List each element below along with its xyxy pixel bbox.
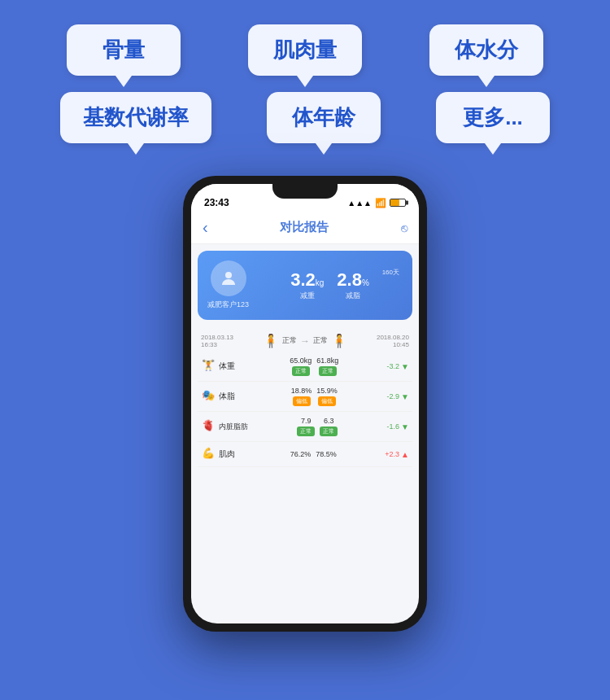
bubble-more: 更多... — [436, 92, 550, 143]
user-name: 减肥客户123 — [207, 300, 249, 310]
stat-weight-loss: 3.2kg 减重 — [290, 269, 324, 301]
row-bodyfat-values: 18.8% 偏低 15.9% 偏低 — [245, 387, 384, 406]
wifi-icon: 📶 — [375, 198, 386, 208]
up-arrow-icon: ▲ — [401, 450, 409, 459]
table-row: 🫀 内脏脂肪 7.9 正常 6.3 正常 -1.6 — [198, 412, 412, 442]
phone-notch — [272, 184, 338, 199]
compare-dates-header: 2018.03.13 16:33 🧍 正常 → 正常 🧍 2018.08.20 … — [191, 326, 419, 352]
user-card: 减肥客户123 160天 3.2kg 减重 2.8% — [198, 251, 412, 320]
phone-mockup: 23:43 ▲▲▲ 📶 ‹ 对比报告 ⎋ — [183, 176, 427, 632]
user-stats: 3.2kg 减重 2.8% 减脂 — [257, 269, 403, 301]
table-row: 🎭 体脂 18.8% 偏低 15.9% 偏低 -2.9 — [198, 382, 412, 412]
svg-point-0 — [225, 272, 232, 278]
left-body-status: 正常 — [282, 335, 297, 346]
row-bodyfat-change: -2.9 ▼ — [387, 392, 409, 401]
row-weight-change: -3.2 ▼ — [387, 362, 409, 371]
row-muscle-label: 肌肉 — [219, 448, 242, 460]
battery-icon — [390, 199, 406, 207]
back-button[interactable]: ‹ — [203, 218, 208, 237]
right-body-status: 正常 — [313, 335, 328, 346]
bubbles-section: 骨量 肌肉量 体水分 基数代谢率 体年龄 更多... — [0, 0, 610, 160]
body-type-comparison: 🧍 正常 → 正常 🧍 — [263, 333, 347, 348]
nav-title: 对比报告 — [280, 220, 329, 235]
row-weight-values: 65.0kg 正常 61.8kg 正常 — [245, 357, 384, 376]
row-muscle-values: 76.2% 78.5% — [245, 450, 381, 458]
arrow-right-icon: → — [300, 335, 310, 347]
visceral-icon: 🫀 — [201, 419, 216, 434]
bodyfat-icon: 🎭 — [201, 389, 216, 404]
days-badge: 160天 — [382, 268, 399, 277]
status-time: 23:43 — [204, 197, 229, 208]
table-row: 🏋 体重 65.0kg 正常 61.8kg 正常 -3.2 — [198, 352, 412, 382]
bubble-bone-mass: 骨量 — [67, 24, 181, 76]
stat-fat-loss: 2.8% 减脂 — [337, 269, 369, 301]
bubble-body-water: 体水分 — [429, 24, 543, 76]
row-bodyfat-label: 体脂 — [219, 391, 242, 402]
bubble-body-age: 体年龄 — [267, 92, 381, 143]
left-date: 2018.03.13 16:33 — [201, 334, 233, 348]
table-row: 💪 肌肉 76.2% 78.5% +2.3 ▲ — [198, 442, 412, 467]
row-visceral-change: -1.6 ▼ — [387, 422, 409, 431]
signal-icon: ▲▲▲ — [347, 199, 372, 208]
user-avatar — [211, 260, 246, 296]
stat-weight-label: 减重 — [290, 291, 324, 301]
phone-container: 23:43 ▲▲▲ 📶 ‹ 对比报告 ⎋ — [0, 176, 610, 632]
phone-screen: 23:43 ▲▲▲ 📶 ‹ 对比报告 ⎋ — [191, 184, 419, 623]
muscle-icon: 💪 — [201, 447, 216, 462]
user-stats-wrapper: 160天 3.2kg 减重 2.8% 减脂 — [257, 269, 403, 301]
share-button[interactable]: ⎋ — [401, 221, 407, 234]
bubble-bmr: 基数代谢率 — [60, 92, 211, 143]
row-visceral-values: 7.9 正常 6.3 正常 — [251, 417, 384, 436]
down-arrow-icon: ▼ — [401, 362, 409, 371]
down-arrow-icon: ▼ — [401, 422, 409, 431]
row-visceral-label: 内脏脂肪 — [219, 422, 248, 432]
weight-icon: 🏋 — [201, 359, 216, 374]
status-icons: ▲▲▲ 📶 — [347, 198, 406, 208]
right-date: 2018.08.20 10:45 — [377, 334, 409, 348]
data-rows-section: 🏋 体重 65.0kg 正常 61.8kg 正常 -3.2 — [191, 352, 419, 623]
person-right-icon: 🧍 — [331, 333, 347, 348]
row-weight-label: 体重 — [219, 361, 242, 372]
bubble-muscle-mass: 肌肉量 — [248, 24, 362, 76]
stat-fat-value: 2.8% — [337, 269, 369, 291]
nav-bar: ‹ 对比报告 ⎋ — [191, 212, 419, 244]
stat-weight-value: 3.2kg — [290, 269, 324, 291]
row-muscle-change: +2.3 ▲ — [385, 450, 409, 459]
person-left-icon: 🧍 — [263, 333, 279, 348]
bubble-row-2: 基数代谢率 体年龄 更多... — [33, 92, 577, 143]
bubble-row-1: 骨量 肌肉量 体水分 — [33, 24, 577, 76]
down-arrow-icon: ▼ — [401, 392, 409, 401]
stat-fat-label: 减脂 — [337, 291, 369, 301]
